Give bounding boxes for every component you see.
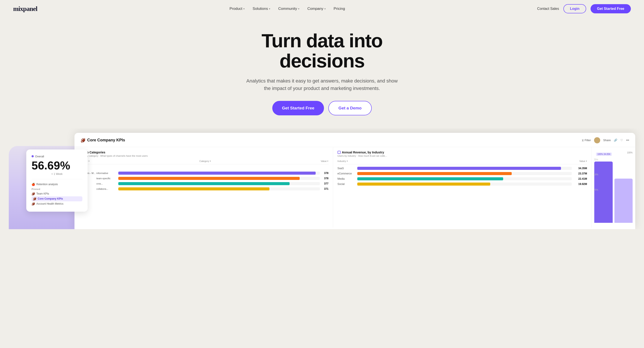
- bar-social: [357, 183, 572, 186]
- team-kpis-icon: 🏈: [32, 192, 35, 195]
- top-categories-title: Top Categories: [79, 151, 328, 154]
- top-categories-col-headers: Channel ▾ Category ▾ Value ▾: [79, 160, 328, 164]
- sidebar-account-health[interactable]: 🏈 Account Health Metrics: [32, 201, 82, 206]
- bar-saas: [357, 167, 572, 170]
- overall-value: 56.69%: [32, 160, 82, 171]
- nav-item-company[interactable]: Company ▾: [307, 6, 326, 11]
- vertical-bar-chart: 100% 100% 34.05K 75% 50% 25%: [592, 147, 635, 228]
- bar-cross: [118, 182, 320, 185]
- table-row: collabora... 371: [79, 186, 328, 192]
- sidebar-mini: 🍎 Retention analysis Pinned 🏈 Team KPIs …: [32, 179, 82, 206]
- share-button[interactable]: Share: [603, 139, 611, 142]
- row-industry-social: Social: [338, 183, 355, 186]
- bar-informative: [118, 172, 320, 175]
- chevron-down-icon: ▾: [269, 7, 270, 10]
- retention-icon: 🍎: [32, 183, 35, 186]
- sort-icon: ▾: [327, 160, 328, 162]
- nav-item-solutions[interactable]: Solutions ▾: [252, 6, 270, 11]
- chevron-down-icon: ▾: [298, 7, 300, 10]
- bar-ecommerce: [357, 172, 572, 175]
- y-label-75: 75%: [594, 158, 598, 161]
- table-row: SaaS 34.35M: [338, 166, 587, 171]
- core-kpis-icon: 🏈: [33, 197, 36, 201]
- bar-column-1: [594, 162, 613, 223]
- overall-label: Overall: [32, 155, 82, 158]
- logo: mixpanel: [13, 5, 37, 12]
- table-row: # of users - M... informative 378: [79, 170, 328, 176]
- sidebar-team-kpis[interactable]: 🏈 Team KPIs: [32, 191, 82, 196]
- sort-icon: ▾: [210, 160, 211, 162]
- hero-headline: Turn data into decisions: [224, 31, 420, 71]
- table-row: cros... 377: [79, 181, 328, 186]
- checkbox-icon-2: [338, 151, 340, 154]
- account-health-icon: 🏈: [32, 202, 35, 206]
- bar-chart-container: [594, 162, 632, 223]
- nav-links: Product ▾ Solutions ▾ Community ▾ Compan…: [230, 6, 345, 11]
- bar-column-2: [614, 179, 633, 223]
- user-avatar: [594, 137, 600, 143]
- bar-team-specific: [118, 177, 320, 180]
- get-demo-button[interactable]: Get a Demo: [328, 101, 372, 115]
- table-row: eCommerce 23.37M: [338, 171, 587, 176]
- sidebar-pinned-header: Pinned: [32, 187, 82, 191]
- more-options-icon[interactable]: •••: [626, 139, 629, 142]
- bar-collab: [118, 187, 320, 190]
- sidebar-retention[interactable]: 🍎 Retention analysis: [32, 182, 82, 187]
- dashboard-preview: Overall 56.69% < 1 Week 🍎 Retention anal…: [0, 128, 644, 229]
- hero-section: Turn data into decisions Analytics that …: [0, 17, 644, 115]
- chevron-down-icon: ▾: [324, 7, 326, 10]
- table-row: team-specific 378: [79, 176, 328, 181]
- row-industry-ecommerce: eCommerce: [338, 172, 355, 175]
- y-label-50: 50%: [594, 173, 598, 176]
- card-title-emoji: 🏈: [80, 138, 86, 143]
- small-card: Overall 56.69% < 1 Week 🍎 Retention anal…: [26, 149, 88, 212]
- table-row: 24K: [79, 166, 328, 170]
- revenue-col-headers: Industry ▾ Value ▾: [338, 160, 587, 164]
- card-body: Top Categories Users by category · What …: [74, 147, 635, 228]
- main-dashboard-card: 🏈 Core Company KPIs ⧖ Filter Share 🔗 ♡ •…: [74, 133, 635, 229]
- y-axis-100: 100%: [627, 151, 632, 154]
- heart-icon[interactable]: ♡: [620, 139, 623, 142]
- bar-tooltip: 100% 34.05K: [596, 153, 612, 156]
- card-header: 🏈 Core Company KPIs ⧖ Filter Share 🔗 ♡ •…: [74, 133, 635, 147]
- navbar: mixpanel Product ▾ Solutions ▾ Community…: [0, 0, 644, 17]
- revenue-title: Annual Revenue, by Industry: [338, 151, 587, 154]
- nav-item-pricing[interactable]: Pricing: [334, 6, 345, 11]
- table-row: Social 19.92M: [338, 181, 587, 187]
- nav-item-product[interactable]: Product ▾: [230, 6, 245, 11]
- bar-media: [357, 177, 572, 180]
- filter-button[interactable]: ⧖ Filter: [582, 139, 591, 142]
- table-row: Media 22.41M: [338, 176, 587, 181]
- sort-icon: ▾: [347, 160, 348, 162]
- hero-buttons: Get Started Free Get a Demo: [4, 101, 640, 115]
- contact-sales-link[interactable]: Contact Sales: [537, 7, 559, 11]
- top-categories-table: Top Categories Users by category · What …: [74, 147, 333, 228]
- nav-actions: Contact Sales Login Get Started Free: [537, 4, 631, 13]
- sort-icon: ▾: [88, 160, 90, 162]
- get-started-button[interactable]: Get Started Free: [272, 101, 324, 115]
- revenue-table: Annual Revenue, by Industry Users by ind…: [333, 147, 592, 228]
- sidebar-core-kpis[interactable]: 🏈 Core Company KPIs: [32, 196, 82, 201]
- time-label: < 1 Week: [32, 172, 82, 176]
- top-categories-subtitle: Users by category · What types of channe…: [79, 155, 328, 157]
- row-industry-media: Media: [338, 177, 355, 180]
- login-button[interactable]: Login: [564, 4, 586, 13]
- chevron-down-icon: ▾: [243, 7, 245, 10]
- hero-subheadline: Analytics that makes it easy to get answ…: [245, 77, 399, 92]
- link-icon[interactable]: 🔗: [614, 139, 617, 142]
- sort-icon: ▾: [586, 160, 587, 162]
- revenue-subtitle: Users by industry · How much $ are we co…: [338, 155, 587, 157]
- filter-icon: ⧖: [582, 139, 584, 142]
- card-title: 🏈 Core Company KPIs: [80, 138, 125, 143]
- get-started-nav-button[interactable]: Get Started Free: [590, 4, 631, 13]
- y-label-25: 25%: [594, 189, 598, 191]
- row-industry-saas: SaaS: [338, 167, 355, 170]
- purple-dot-icon: [32, 155, 34, 157]
- nav-item-community[interactable]: Community ▾: [278, 6, 300, 11]
- card-actions: ⧖ Filter Share 🔗 ♡ •••: [582, 137, 629, 143]
